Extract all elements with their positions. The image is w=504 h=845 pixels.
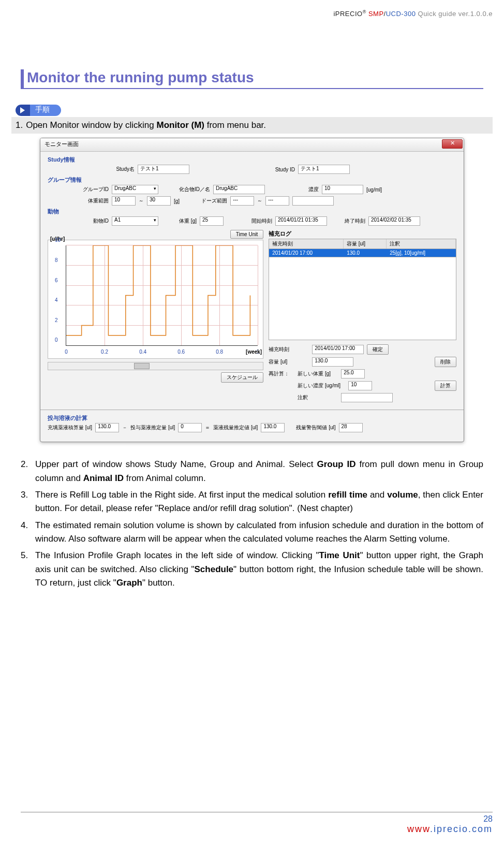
bw-lo-field[interactable]: 10 [112, 196, 136, 206]
doc-version: Quick guide ver.1.0.0.e [418, 10, 493, 18]
step-4-num: 4. [21, 519, 32, 546]
refill-time-field[interactable]: 2014/01/20 17:00 [312, 345, 364, 354]
step-5-num: 5. [21, 549, 32, 590]
calc-section-label: 投与溶液の計算 [48, 414, 456, 422]
calc-remain-label: 薬液残量推定値 [ul] [213, 424, 258, 431]
chart-plot: 02 46 810 00.2 0.40.6 0.81 [week] [66, 245, 258, 346]
compound-label: 化合物ID／名 [175, 186, 210, 193]
dose-blank-field[interactable] [292, 196, 334, 206]
bw-range-label: 体重範囲 [82, 197, 109, 205]
start-label: 開始時刻 [245, 217, 272, 225]
calc-dose-field[interactable]: 0 [178, 423, 202, 432]
procedure-badge: 手順 [16, 105, 483, 116]
tilde-2: ～ [257, 197, 262, 205]
chart-scrollbar[interactable] [48, 362, 263, 370]
alarm-field[interactable]: 28 [339, 423, 363, 432]
animal-id-select[interactable]: A1 [112, 216, 158, 226]
refill-vol-field[interactable]: 130.0 [312, 357, 353, 367]
group-id-select[interactable]: DrugABC [112, 185, 158, 194]
step-1-bar: 1.Open Monitor window by clicking Monito… [11, 117, 493, 134]
new-bw-field[interactable]: 25.0 [341, 369, 365, 378]
monitor-window: モニター画面 ✕ Study情報 Study名 テスト1 Study ID テス… [40, 138, 464, 442]
confirm-button[interactable]: 確定 [367, 344, 389, 355]
footer-url: www.iprecio.com [21, 824, 493, 835]
bw-unit: [g] [174, 198, 180, 204]
refill-vol-label: 容量 [ul] [269, 358, 309, 366]
model-smp: SMP [368, 10, 384, 18]
animal-id-label: 動物ID [82, 217, 109, 225]
recalc-label: 再計算： [269, 370, 294, 377]
close-button[interactable]: ✕ [442, 139, 463, 149]
dose-range-label: ドーズ範囲 [196, 197, 227, 205]
compound-field[interactable]: DrugABC [213, 185, 265, 194]
page-number: 28 [21, 814, 493, 824]
chart-x-title: [week] [246, 349, 262, 355]
refill-r1-note: 25[g], 10[ug/ml] [387, 249, 456, 257]
step-1-num: 1. [16, 120, 23, 130]
model-ucd: UCD-300 [386, 10, 416, 18]
conc-label: 濃度 [292, 186, 319, 193]
play-icon [16, 105, 30, 116]
refill-r1-time: 2014/01/20 17:00 [269, 249, 344, 257]
study-id-field[interactable]: テスト1 [298, 165, 350, 174]
animal-section-label: 動物 [48, 208, 456, 215]
step-1-pre: Open Monitor window by clicking [26, 120, 156, 130]
end-field[interactable]: 2014/02/02 01:35 [368, 216, 420, 226]
bw-field[interactable]: 25 [200, 216, 224, 226]
dose-lo-field[interactable]: --- [230, 196, 254, 206]
reg-mark: ® [363, 9, 366, 14]
conc-unit: [ug/ml] [366, 187, 382, 193]
conc-field[interactable]: 10 [322, 185, 363, 194]
dose-hi-field[interactable]: --- [265, 196, 289, 206]
refill-col-time: 補充時刻 [269, 239, 344, 249]
time-unit-button[interactable]: Time Unit [230, 230, 263, 239]
bw-hi-field[interactable]: 30 [147, 196, 171, 206]
calc-fill-label: 充填薬液積算量 [ul] [48, 424, 92, 431]
step-2: 2. Upper part of window shows Study Name… [21, 458, 483, 485]
study-name-label: Study名 [108, 166, 135, 173]
section-title: Monitor the running pump status [21, 69, 483, 89]
study-id-label: Study ID [268, 167, 295, 172]
group-id-label: グループID [82, 186, 109, 193]
refill-log-title: 補充ログ [269, 230, 456, 238]
refill-row-1[interactable]: 2014/01/20 17:00 130.0 25[g], 10[ug/ml] [269, 249, 456, 257]
study-name-field[interactable]: テスト1 [138, 165, 189, 174]
calc-remain-field[interactable]: 130.0 [261, 423, 285, 432]
refill-table-body [269, 257, 456, 340]
step-2-num: 2. [21, 458, 32, 485]
end-label: 終了時刻 [338, 217, 365, 225]
window-titlebar: モニター画面 ✕ [40, 138, 464, 152]
step-5: 5. The Infusion Profile Graph locates in… [21, 549, 483, 590]
calc-dose-label: 投与薬液推定量 [ul] [130, 424, 175, 431]
step-1-post: from menu bar. [204, 120, 266, 130]
calc-fill-field[interactable]: 130.0 [95, 423, 119, 432]
step-1-bold: Monitor (M) [156, 120, 204, 130]
alarm-label: 残量警告閾値 [ul] [296, 424, 335, 431]
procedure-label: 手順 [30, 105, 61, 116]
study-section-label: Study情報 [48, 156, 456, 164]
infusion-chart: [ul/hr] 02 46 810 00.2 0.40.6 0.81 [48, 240, 263, 359]
refill-r1-vol: 130.0 [344, 249, 387, 257]
new-conc-field[interactable]: 10 [348, 381, 372, 390]
start-field[interactable]: 2014/01/21 01:35 [275, 216, 327, 226]
step-4: 4. The estimated remain solution volume … [21, 519, 483, 546]
page-footer: 28 www.iprecio.com [21, 812, 493, 835]
refill-table-header: 補充時刻 容量 [ul] 注釈 [269, 239, 456, 249]
schedule-button[interactable]: スケジュール [221, 372, 263, 383]
equals-sign: ＝ [205, 424, 210, 431]
brand: iPRECIO [333, 10, 362, 18]
step-3: 3. There is Refill Log table in the Righ… [21, 488, 483, 516]
doc-header: iPRECIO® SMP/UCD-300 Quick guide ver.1.0… [0, 0, 504, 18]
step-3-num: 3. [21, 488, 32, 516]
note-label: 注釈 [298, 394, 338, 401]
new-bw-label: 新しい体重 [g] [298, 370, 338, 377]
delete-button[interactable]: 削除 [435, 357, 456, 367]
steps-list: 2. Upper part of window shows Study Name… [21, 458, 483, 590]
tilde-1: ～ [139, 197, 144, 205]
calc-button[interactable]: 計算 [435, 381, 456, 391]
chart-line [66, 245, 258, 345]
minus-sign: － [122, 424, 127, 431]
refill-time-label: 補充時刻 [269, 346, 309, 353]
note-field[interactable] [341, 393, 393, 402]
refill-col-note: 注釈 [387, 239, 456, 249]
